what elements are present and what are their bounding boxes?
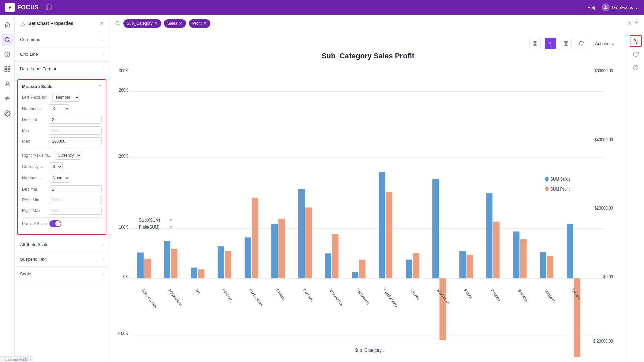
close-panel-button[interactable]: ✕ xyxy=(99,20,104,27)
gridline-section-header[interactable]: Grid Line › xyxy=(15,47,109,61)
sales-tag[interactable]: Sales ✕ xyxy=(164,19,186,28)
commons-section: Commons › xyxy=(15,32,109,47)
svg-rect-70 xyxy=(459,251,466,278)
sub-category-tag-close[interactable]: ✕ xyxy=(154,21,158,26)
pin-icon[interactable] xyxy=(43,1,55,13)
actions-button[interactable]: Actions ⌄ xyxy=(591,39,619,48)
max-input[interactable] xyxy=(49,137,102,145)
number-unit-select[interactable]: None K M B xyxy=(49,104,70,113)
right-y-label: Right Y-axis fo... xyxy=(22,153,51,158)
chart-toolbar: Actions ⌄ xyxy=(117,38,619,49)
svg-text:Binders: Binders xyxy=(222,288,233,303)
right-y-type-select[interactable]: Number Currency Percent xyxy=(54,151,82,160)
chart-refresh-icon-btn[interactable] xyxy=(630,48,642,60)
suspend-text-label: Suspend Text xyxy=(20,257,47,262)
pulse-icon-btn[interactable] xyxy=(1,93,13,105)
attribute-scale-header[interactable]: Attribute Scale › xyxy=(15,237,109,252)
right-max-input[interactable] xyxy=(49,207,102,215)
settings-icon-btn-toolbar[interactable] xyxy=(545,38,556,49)
decimal-label: Decimal xyxy=(22,117,46,122)
commons-section-header[interactable]: Commons › xyxy=(15,32,109,47)
svg-rect-72 xyxy=(486,193,492,278)
svg-text:300K: 300K xyxy=(119,68,128,74)
suspend-text-section: Suspend Text › xyxy=(15,252,109,267)
svg-text:Labels: Labels xyxy=(410,288,420,301)
left-y-type-select[interactable]: Number Currency Percent xyxy=(52,93,80,102)
suspend-text-header[interactable]: Suspend Text › xyxy=(15,252,109,266)
currency-select[interactable]: $ € £ xyxy=(49,162,63,171)
chart-trend-icon-btn[interactable] xyxy=(630,35,642,47)
max-group: Max xyxy=(22,137,102,145)
parallel-scale-toggle[interactable] xyxy=(49,220,61,227)
svg-text:▼: ▼ xyxy=(169,218,173,223)
app-logo[interactable]: F FOCUS xyxy=(5,3,39,12)
svg-text:Envelopes: Envelopes xyxy=(329,288,344,307)
left-y-form-group: Left Y-axis for... Number Currency Perce… xyxy=(22,93,102,102)
scale-section: Scale › xyxy=(15,267,109,281)
dashboard-icon-btn[interactable] xyxy=(1,63,13,75)
min-input[interactable] xyxy=(49,126,102,135)
svg-rect-76 xyxy=(540,252,546,278)
svg-rect-19 xyxy=(533,44,535,45)
svg-rect-73 xyxy=(493,222,500,278)
svg-text:-100K: -100K xyxy=(118,331,128,337)
svg-point-14 xyxy=(116,21,119,25)
decimal-input[interactable] xyxy=(49,116,102,124)
svg-point-12 xyxy=(6,113,8,114)
sales-tag-close[interactable]: ✕ xyxy=(179,21,183,26)
sub-category-tag[interactable]: Sub_Category ✕ xyxy=(123,19,161,28)
panel-title: Set Chart Properties xyxy=(28,21,73,26)
chart-type-icon-btn[interactable] xyxy=(529,38,541,49)
svg-rect-18 xyxy=(536,44,537,45)
main-content: Sub_Category ✕ Sales ✕ Profit ✕ ✕ ⊞ xyxy=(109,15,644,362)
profit-tag-close[interactable]: ✕ xyxy=(203,21,207,26)
decimal2-group: Decimal xyxy=(22,185,102,193)
search-clear-button[interactable]: ✕ xyxy=(627,20,632,27)
scale-header[interactable]: Scale › xyxy=(15,267,109,281)
svg-text:Chairs: Chairs xyxy=(275,288,285,301)
chart-help-icon-btn[interactable] xyxy=(630,62,642,74)
svg-text:$0.00: $0.00 xyxy=(603,274,613,280)
svg-rect-9 xyxy=(8,70,10,72)
profit-tag[interactable]: Profit ✕ xyxy=(189,19,210,28)
measure-scale-title: Measure Scale xyxy=(22,84,52,89)
left-panel: Set Chart Properties ✕ Commons › Grid Li… xyxy=(15,15,109,362)
search-icon-btn[interactable] xyxy=(1,34,13,46)
svg-text:Supplies: Supplies xyxy=(544,288,556,304)
icon-sidebar xyxy=(0,15,15,362)
home-icon-btn[interactable] xyxy=(1,19,13,31)
search-icon xyxy=(115,20,121,27)
measure-scale-collapse[interactable]: ⌃ xyxy=(98,84,102,89)
max-label: Max xyxy=(22,139,46,144)
settings-icon-btn[interactable] xyxy=(1,107,13,119)
svg-point-6 xyxy=(7,56,7,56)
svg-text:Fasteners: Fasteners xyxy=(356,288,370,306)
svg-text:▼: ▼ xyxy=(169,225,173,230)
right-min-input[interactable] xyxy=(49,196,102,204)
svg-text:Furnishings: Furnishings xyxy=(383,288,398,309)
status-bar: javascript:void(0) xyxy=(0,356,33,362)
chart-right-panel xyxy=(627,32,644,362)
table-icon-btn[interactable] xyxy=(560,38,572,49)
svg-rect-48 xyxy=(164,241,170,278)
svg-rect-55 xyxy=(252,198,258,278)
refresh-icon-btn[interactable] xyxy=(576,38,587,49)
number-label2: Number ... xyxy=(22,176,46,180)
datalabel-section-header[interactable]: Data Label Format › xyxy=(15,62,109,76)
question-icon-btn[interactable] xyxy=(1,48,13,60)
svg-rect-0 xyxy=(46,5,51,10)
svg-rect-64 xyxy=(379,172,385,279)
attribute-scale-section: Attribute Scale › xyxy=(15,237,109,252)
number-unit2-select[interactable]: None K M xyxy=(49,174,70,183)
svg-rect-52 xyxy=(218,246,224,278)
gridline-label: Grid Line xyxy=(20,52,38,57)
decimal2-input[interactable] xyxy=(49,185,102,193)
search-expand-button[interactable]: ⊞ xyxy=(635,20,639,27)
user-icon-btn[interactable] xyxy=(1,78,13,90)
min-label: Min xyxy=(22,128,46,133)
help-button[interactable]: Help xyxy=(587,5,596,10)
svg-rect-65 xyxy=(386,192,392,278)
svg-text:$20000.00: $20000.00 xyxy=(595,205,613,211)
user-menu[interactable]: DataFocus ⌄ xyxy=(602,3,639,11)
svg-rect-53 xyxy=(225,251,231,278)
